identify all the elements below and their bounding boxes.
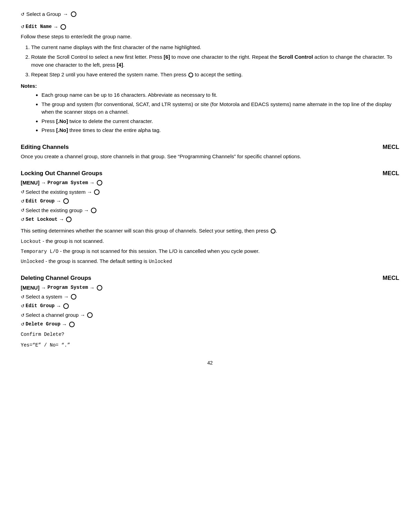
select-channel-group-text: Select a channel group (26, 311, 78, 319)
temp-desc: - the group is not scanned for this sess… (60, 248, 260, 254)
step-3: Repeat Step 2 until you have entered the… (31, 71, 399, 79)
arrow-5: → (84, 207, 89, 215)
select-group-text: Select a Group (26, 10, 61, 18)
no-key-2: [.No] (56, 127, 68, 133)
yes-no-text: Yes=“E” / No= “.” (21, 342, 70, 348)
arrow-menu-1: → (41, 179, 46, 187)
confirm-delete: Confirm Delete? (21, 330, 399, 338)
lockout-para: Lockout - the group is not scanned. (21, 237, 399, 245)
key-4: [4] (117, 62, 123, 68)
edit-group-line-1: ↺ Edit Group → (21, 197, 399, 205)
circle-icon-step3 (188, 73, 193, 77)
program-system-1: Program System (47, 179, 88, 187)
circle-del-1 (97, 285, 102, 291)
arrow-icon-2: → (53, 23, 58, 31)
scroll-control-label: Scroll Control (279, 54, 313, 60)
locking-out-header: Locking Out Channel Groups MECL (21, 169, 399, 178)
circle-4 (63, 198, 69, 204)
unlocked-default: Unlocked (149, 259, 172, 264)
note-3: Press [.No] twice to delete the current … (41, 117, 399, 125)
page-number: 42 (21, 359, 399, 367)
yes-no-line: Yes=“E” / No= “.” (21, 341, 399, 349)
edit-name-line: ↺ Edit Name → (21, 23, 399, 31)
unlocked-desc: - the group is scanned. The default sett… (45, 258, 147, 264)
no-key-1: [.No] (56, 118, 68, 124)
editing-channels-mecl: MECL (383, 143, 399, 152)
arrow-del-1: → (41, 284, 46, 292)
delete-group-line: ↺ Delete Group → (21, 321, 399, 329)
rotate-icon-6: ↺ (21, 216, 25, 223)
circle-del-3 (63, 303, 69, 309)
key-6: [6] (164, 54, 170, 60)
circle-5 (91, 208, 96, 213)
edit-name-label: Edit Name (26, 23, 52, 30)
set-lockout-label: Set Lockout (26, 216, 57, 223)
arrow-icon: → (63, 10, 68, 18)
select-group-line: ↺ Select a Group → (21, 10, 399, 18)
circle-icon-2 (60, 24, 66, 30)
lockout-label: Lockout (21, 239, 41, 244)
arrow-del-5: → (80, 311, 85, 319)
circle-desc (271, 229, 276, 234)
lockout-description: This setting determines whether the scan… (21, 227, 399, 235)
circle-del-4 (87, 312, 93, 318)
select-existing-system-line: ↺ Select the existing system → (21, 188, 399, 196)
circle-icon (71, 11, 76, 17)
deleting-menu-line: [MENU] → Program System → (21, 284, 399, 292)
editing-channels-header: Editing Channels MECL (21, 143, 399, 152)
deleting-mecl: MECL (383, 274, 399, 283)
unlocked-para: Unlocked - the group is scanned. The def… (21, 257, 399, 265)
deleting-header: Deleting Channel Groups MECL (21, 274, 399, 283)
select-existing-group-text: Select the existing group (26, 207, 82, 215)
lockout-desc: - the group is not scanned. (43, 238, 104, 244)
arrow-3: → (87, 188, 92, 196)
rotate-icon-del-3: ↺ (21, 312, 25, 319)
temp-label: Temporary L/O (21, 249, 58, 254)
menu-bracket-1: [MENU] (21, 179, 39, 187)
circle-3 (94, 189, 100, 195)
circle-del-2 (71, 294, 76, 300)
notes-label: Notes: (21, 82, 399, 90)
edit-group-del-label: Edit Group (26, 302, 55, 310)
edit-group-label-1: Edit Group (26, 198, 55, 205)
rotate-icon-5: ↺ (21, 207, 25, 214)
program-system-del: Program System (47, 284, 88, 291)
edit-group-del-line: ↺ Edit Group → (21, 302, 399, 310)
rotate-icon-del-1: ↺ (21, 294, 25, 301)
notes-list: Each group name can be up to 16 characte… (41, 91, 399, 134)
circle-menu-1 (97, 180, 102, 186)
select-existing-group-line: ↺ Select the existing group → (21, 207, 399, 215)
rotate-icon-del-4: ↺ (21, 321, 25, 328)
delete-group-label: Delete Group (26, 321, 60, 328)
rotate-icon-del-2: ↺ (21, 303, 25, 310)
locking-menu-line: [MENU] → Program System → (21, 179, 399, 187)
rotate-icon-3: ↺ (21, 189, 25, 196)
unlocked-label: Unlocked (21, 259, 44, 264)
arrow-6: → (59, 216, 64, 224)
menu-bracket-del: [MENU] (21, 284, 39, 292)
select-channel-group-line: ↺ Select a channel group → (21, 311, 399, 319)
select-existing-text: Select the existing system (26, 188, 85, 196)
arrow-menu-2: → (90, 179, 95, 187)
select-system-text: Select a system (26, 293, 62, 301)
circle-6 (66, 217, 72, 222)
locking-out-title: Locking Out Channel Groups (21, 169, 102, 178)
deleting-title: Deleting Channel Groups (21, 274, 91, 283)
locking-out-mecl: MECL (383, 169, 399, 178)
steps-list: The current name displays with the first… (31, 44, 399, 79)
set-lockout-line: ↺ Set Lockout → (21, 216, 399, 224)
circle-del-5 (69, 322, 75, 327)
step-2: Rotate the Scroll Control to select a ne… (31, 53, 399, 69)
editing-channels-body: Once you create a channel group, store c… (21, 153, 399, 161)
note-2: The group and system (for conventional, … (41, 101, 399, 116)
note-1: Each group name can be up to 16 characte… (41, 91, 399, 99)
step-1: The current name displays with the first… (31, 44, 399, 51)
rotate-icon-4: ↺ (21, 198, 25, 205)
confirm-text: Confirm Delete? (21, 332, 64, 337)
note-4: Press [.No] three times to clear the ent… (41, 126, 399, 134)
arrow-del-6: → (62, 321, 67, 329)
arrow-del-3: → (64, 293, 69, 301)
rotate-icon-2: ↺ (21, 23, 25, 30)
editing-channels-title: Editing Channels (21, 143, 69, 152)
rotate-icon: ↺ (21, 11, 25, 18)
